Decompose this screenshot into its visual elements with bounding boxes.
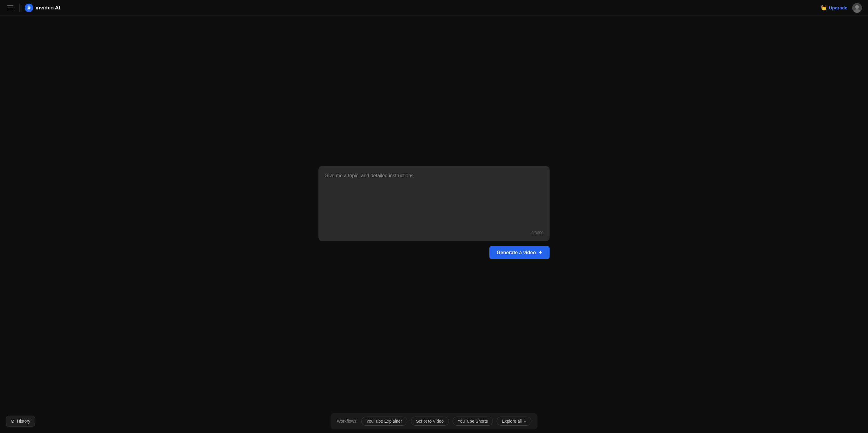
history-label: History [17, 419, 30, 424]
header-right: 👑 Upgrade [821, 3, 862, 13]
prompt-textarea-wrapper: 0/3600 [318, 166, 550, 241]
prompt-textarea[interactable] [324, 172, 544, 227]
plus-icon: + [523, 419, 526, 424]
workflow-chip-script-to-video[interactable]: Script to Video [411, 416, 449, 426]
history-icon: ⊙ [11, 419, 14, 424]
header: invideo AI 👑 Upgrade [0, 0, 868, 16]
logo-area: invideo AI [25, 4, 60, 12]
explore-all-label: Explore all [502, 419, 522, 424]
main-content: 0/3600 Generate a video ✦ [0, 16, 868, 409]
prompt-container: 0/3600 Generate a video ✦ [318, 166, 550, 259]
menu-icon[interactable] [6, 4, 14, 11]
header-divider [20, 4, 20, 12]
header-left: invideo AI [6, 4, 60, 12]
youtube-explainer-label: YouTube Explainer [367, 419, 402, 424]
generate-video-button[interactable]: Generate a video ✦ [489, 246, 550, 259]
upgrade-label: Upgrade [829, 5, 847, 10]
youtube-shorts-label: YouTube Shorts [458, 419, 488, 424]
svg-point-5 [855, 5, 859, 9]
logo-text: invideo AI [36, 5, 60, 11]
script-to-video-label: Script to Video [416, 419, 444, 424]
generate-label: Generate a video [497, 250, 536, 255]
logo-icon [25, 4, 33, 12]
char-count: 0/3600 [324, 230, 544, 235]
sparkle-icon: ✦ [538, 250, 542, 255]
bottom-bar: ⊙ History Workflows: YouTube Explainer S… [0, 409, 868, 433]
workflows-label: Workflows: [337, 419, 358, 424]
avatar[interactable] [852, 3, 862, 13]
workflow-chip-explore-all[interactable]: Explore all + [497, 416, 531, 426]
workflow-chip-youtube-shorts[interactable]: YouTube Shorts [453, 416, 493, 426]
history-button[interactable]: ⊙ History [6, 416, 35, 427]
upgrade-button[interactable]: 👑 Upgrade [821, 5, 847, 11]
svg-point-3 [28, 5, 30, 8]
workflows-container: Workflows: YouTube Explainer Script to V… [331, 413, 537, 429]
crown-icon: 👑 [821, 5, 827, 11]
workflow-chip-youtube-explainer[interactable]: YouTube Explainer [361, 416, 407, 426]
